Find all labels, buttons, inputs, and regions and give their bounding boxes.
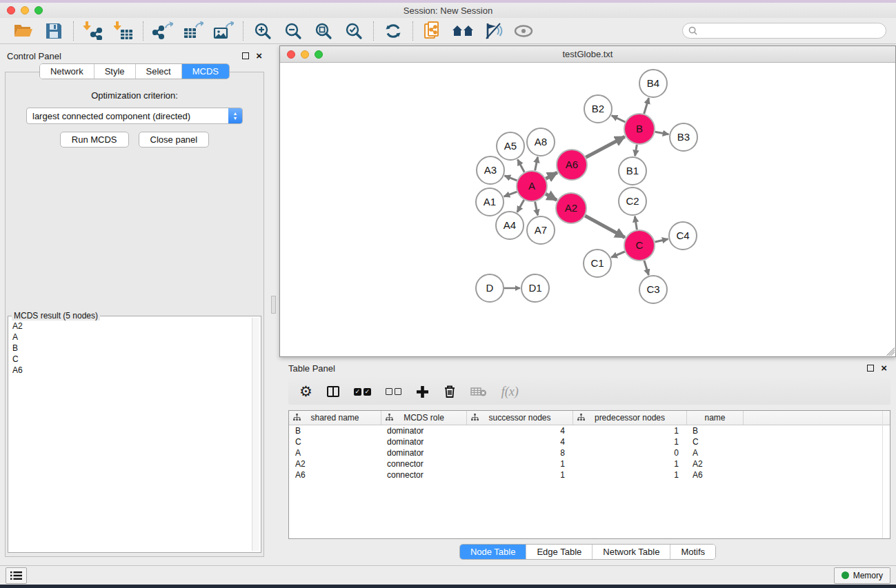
column-view-icon[interactable] xyxy=(327,386,339,397)
open-session-icon[interactable] xyxy=(12,21,34,41)
graph-node-C1[interactable]: C1 xyxy=(584,250,611,277)
import-network-icon[interactable] xyxy=(82,21,104,41)
graph-node-A2[interactable]: A2 xyxy=(556,193,586,223)
graph-node-B2[interactable]: B2 xyxy=(584,95,612,123)
function-builder-icon[interactable]: f(x) xyxy=(501,385,519,399)
mcds-list-scrollbar[interactable] xyxy=(252,318,259,551)
table-row[interactable]: A2connector11A2 xyxy=(289,458,890,469)
memory-button[interactable]: Memory xyxy=(834,567,890,584)
graph-edge-B-B1[interactable] xyxy=(635,145,637,156)
export-network-icon[interactable] xyxy=(152,21,174,41)
table-row[interactable]: Bdominator41B xyxy=(289,425,890,436)
graph-node-B[interactable]: B xyxy=(624,114,655,144)
tab-select[interactable]: Select xyxy=(136,64,182,79)
graph-edge-A-A2[interactable] xyxy=(546,194,557,200)
graph-edge-C-C4[interactable] xyxy=(655,239,668,242)
network-canvas[interactable]: B4B2BB3A8A5A6A3B1AA1C2A2A4A7C4CC1C3DD1 xyxy=(280,63,895,356)
table-scrollbar[interactable] xyxy=(882,411,883,538)
mcds-result-item[interactable]: B xyxy=(10,343,251,354)
graph-node-A6[interactable]: A6 xyxy=(557,150,587,180)
table-row[interactable]: Cdominator41C xyxy=(289,436,890,447)
run-mcds-button[interactable]: Run MCDS xyxy=(60,132,129,148)
tab-node-table[interactable]: Node Table xyxy=(460,545,527,559)
column-header-predecessor_nodes[interactable]: predecessor nodes xyxy=(573,411,687,425)
zoom-fit-icon[interactable] xyxy=(312,21,335,41)
graph-node-A4[interactable]: A4 xyxy=(496,212,524,239)
graph-node-C3[interactable]: C3 xyxy=(639,276,667,303)
save-session-icon[interactable] xyxy=(43,21,65,41)
tab-edge-table[interactable]: Edge Table xyxy=(526,545,593,559)
graph-node-A7[interactable]: A7 xyxy=(527,216,555,244)
tab-network-table[interactable]: Network Table xyxy=(593,545,670,559)
graph-edge-C-C2[interactable] xyxy=(635,216,637,230)
delete-column-icon[interactable] xyxy=(444,385,456,398)
graph-edge-A-A4[interactable] xyxy=(517,200,524,212)
search-input[interactable] xyxy=(701,26,880,36)
graph-node-C4[interactable]: C4 xyxy=(669,222,697,250)
float-panel-icon[interactable] xyxy=(242,52,249,59)
graph-edge-A2-C[interactable] xyxy=(585,216,625,238)
optimization-criterion-dropdown[interactable]: largest connected component (directed) ▲… xyxy=(26,108,243,124)
zoom-in-icon[interactable] xyxy=(252,21,274,41)
float-table-panel-icon[interactable] xyxy=(867,365,874,372)
graph-edge-A-A7[interactable] xyxy=(535,202,538,216)
table-row[interactable]: Adominator80A xyxy=(289,447,890,458)
export-table-icon[interactable] xyxy=(182,21,204,41)
deselect-all-icon[interactable] xyxy=(386,388,401,395)
graph-node-B3[interactable]: B3 xyxy=(670,123,697,151)
new-network-from-file-icon[interactable] xyxy=(421,21,444,41)
graph-node-A8[interactable]: A8 xyxy=(527,128,555,156)
window-resize-grip[interactable] xyxy=(886,347,895,356)
export-image-icon[interactable] xyxy=(212,21,235,41)
mcds-result-item[interactable]: A6 xyxy=(10,365,251,376)
divider-grip[interactable] xyxy=(271,296,276,314)
refresh-icon[interactable] xyxy=(382,21,404,41)
panel-divider[interactable] xyxy=(269,44,279,565)
table-row[interactable]: A6connector11A6 xyxy=(289,469,890,480)
column-header-mcds_role[interactable]: MCDS role xyxy=(381,411,467,425)
column-header-shared_name[interactable]: shared name xyxy=(289,411,381,425)
close-panel-button[interactable]: Close panel xyxy=(139,132,210,148)
eye-icon[interactable] xyxy=(512,21,535,41)
graph-node-D1[interactable]: D1 xyxy=(521,274,549,302)
search-field[interactable] xyxy=(682,23,886,39)
tab-style[interactable]: Style xyxy=(94,64,136,79)
mcds-result-item[interactable]: A2 xyxy=(10,321,251,332)
delete-table-icon[interactable] xyxy=(470,386,487,397)
close-panel-icon[interactable]: × xyxy=(256,52,262,59)
add-column-icon[interactable] xyxy=(416,385,429,398)
graph-edge-C-C3[interactable] xyxy=(644,261,649,275)
column-header-name[interactable]: name xyxy=(687,411,744,425)
graph-edge-A-A1[interactable] xyxy=(504,192,517,196)
graph-node-C[interactable]: C xyxy=(624,230,655,261)
graph-node-A5[interactable]: A5 xyxy=(497,132,524,160)
graph-node-A3[interactable]: A3 xyxy=(477,156,504,184)
graph-node-A1[interactable]: A1 xyxy=(476,188,504,216)
graph-node-A[interactable]: A xyxy=(517,171,547,201)
graph-edge-A6-B[interactable] xyxy=(586,136,625,157)
network-window-titlebar[interactable]: testGlobe.txt xyxy=(280,46,895,63)
mcds-result-item[interactable]: C xyxy=(10,354,251,365)
import-table-icon[interactable] xyxy=(112,21,135,41)
graph-edge-B-B2[interactable] xyxy=(612,116,626,122)
mcds-result-item[interactable]: A xyxy=(10,332,251,343)
select-all-icon[interactable]: ✓✓ xyxy=(354,388,371,396)
graph-edge-C-C1[interactable] xyxy=(611,252,625,257)
graph-edge-A-A6[interactable] xyxy=(546,172,557,179)
show-panels-button[interactable] xyxy=(6,567,27,584)
graph-node-B4[interactable]: B4 xyxy=(639,70,667,97)
graph-edge-A-A5[interactable] xyxy=(517,159,524,172)
graph-edge-B-B3[interactable] xyxy=(655,132,669,134)
show-all-networks-icon[interactable] xyxy=(452,21,474,41)
graph-node-B1[interactable]: B1 xyxy=(619,157,646,185)
tab-network[interactable]: Network xyxy=(40,64,94,79)
zoom-selected-icon[interactable] xyxy=(343,21,365,41)
tab-motifs[interactable]: Motifs xyxy=(670,545,715,559)
column-header-successor_nodes[interactable]: successor nodes xyxy=(467,411,573,425)
graph-edge-A-A8[interactable] xyxy=(535,157,538,171)
graph-edge-B-B4[interactable] xyxy=(644,98,649,114)
table-settings-gear-icon[interactable]: ⚙ xyxy=(299,385,312,398)
close-table-panel-icon[interactable]: × xyxy=(881,365,887,372)
graph-node-C2[interactable]: C2 xyxy=(619,187,646,215)
zoom-out-icon[interactable] xyxy=(282,21,304,41)
